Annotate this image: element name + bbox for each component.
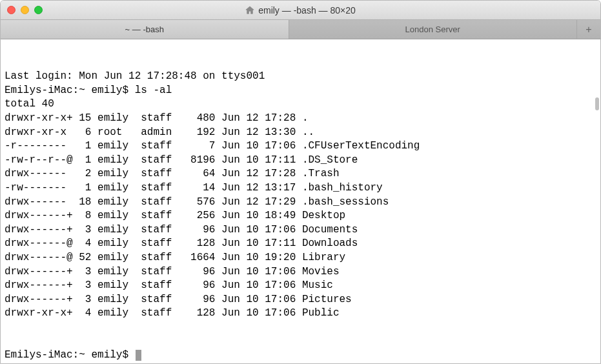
home-icon bbox=[245, 6, 254, 15]
terminal-line: -r-------- 1 emily staff 7 Jun 10 17:06 … bbox=[5, 139, 596, 154]
tab-bash[interactable]: ~ — -bash bbox=[1, 20, 289, 39]
title-bar: emily — -bash — 80×20 bbox=[1, 1, 600, 20]
terminal-line: drwx------+ 3 emily staff 96 Jun 10 17:0… bbox=[5, 293, 596, 307]
maximize-icon[interactable] bbox=[34, 6, 43, 14]
terminal-line: drwx------+ 8 emily staff 256 Jun 10 18:… bbox=[5, 209, 596, 223]
terminal-line: drwxr-xr-x+ 4 emily staff 128 Jun 10 17:… bbox=[5, 307, 596, 321]
prompt: Emilys-iMac:~ emily$ bbox=[5, 349, 135, 361]
scrollbar-thumb[interactable] bbox=[595, 97, 599, 110]
window-title: emily — -bash — 80×20 bbox=[258, 5, 356, 15]
add-tab-button[interactable]: + bbox=[577, 20, 600, 39]
tab-bar: ~ — -bash London Server + bbox=[1, 20, 600, 39]
terminal-line: total 40 bbox=[5, 97, 596, 112]
terminal-output: Last login: Mon Jun 12 17:28:48 on ttys0… bbox=[5, 70, 596, 321]
terminal-line: drwx------ 2 emily staff 64 Jun 12 17:28… bbox=[5, 167, 596, 181]
terminal-line: drwx------@ 4 emily staff 128 Jun 10 17:… bbox=[5, 237, 596, 251]
terminal-line: -rw-r--r--@ 1 emily staff 8196 Jun 10 17… bbox=[5, 154, 596, 168]
terminal-line: Emilys-iMac:~ emily$ ls -al bbox=[5, 84, 596, 98]
traffic-lights bbox=[7, 6, 43, 14]
minimize-icon[interactable] bbox=[21, 6, 29, 14]
plus-icon: + bbox=[586, 24, 591, 35]
terminal-line: Last login: Mon Jun 12 17:28:48 on ttys0… bbox=[5, 70, 596, 84]
terminal-line: drwxr-xr-x+ 15 emily staff 480 Jun 12 17… bbox=[5, 112, 596, 126]
terminal-line: -rw------- 1 emily staff 14 Jun 12 13:17… bbox=[5, 181, 596, 196]
terminal-line: drwxr-xr-x 6 root admin 192 Jun 12 13:30… bbox=[5, 126, 596, 140]
terminal-window: emily — -bash — 80×20 ~ — -bash London S… bbox=[0, 0, 601, 364]
terminal-line: drwx------@ 52 emily staff 1664 Jun 10 1… bbox=[5, 251, 596, 265]
terminal-line: drwx------+ 3 emily staff 96 Jun 10 17:0… bbox=[5, 223, 596, 238]
tab-london-server[interactable]: London Server bbox=[289, 20, 578, 39]
close-icon[interactable] bbox=[7, 6, 15, 14]
terminal-line: drwx------+ 3 emily staff 96 Jun 10 17:0… bbox=[5, 265, 596, 279]
cursor-icon bbox=[136, 350, 141, 361]
terminal-line: drwx------+ 3 emily staff 96 Jun 10 17:0… bbox=[5, 279, 596, 293]
tab-label: ~ — -bash bbox=[125, 25, 164, 34]
prompt-line: Emilys-iMac:~ emily$ bbox=[5, 349, 596, 363]
tab-label: London Server bbox=[405, 25, 460, 34]
terminal-body[interactable]: Last login: Mon Jun 12 17:28:48 on ttys0… bbox=[1, 39, 600, 363]
window-title-container: emily — -bash — 80×20 bbox=[7, 5, 594, 15]
terminal-line: drwx------ 18 emily staff 576 Jun 12 17:… bbox=[5, 196, 596, 210]
